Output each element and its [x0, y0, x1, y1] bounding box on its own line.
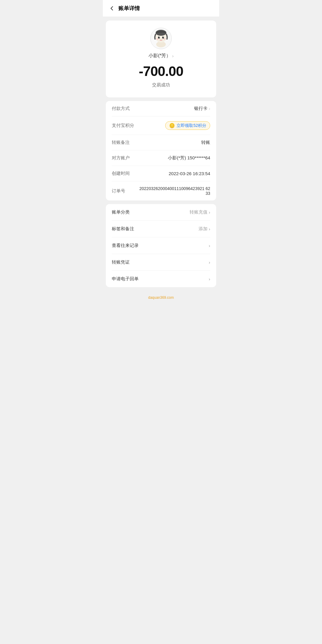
- transfer-note-row: 转账备注 转账: [112, 135, 210, 150]
- header: 账单详情: [103, 0, 219, 17]
- svg-point-10: [163, 38, 166, 40]
- svg-point-5: [158, 37, 160, 39]
- order-number-value: 2022032620004001110096423921 6233: [139, 186, 210, 196]
- bill-category-label: 账单分类: [112, 209, 130, 215]
- transfer-note-value: 转账: [133, 140, 210, 145]
- payment-method-value-row: 银行卡 ›: [191, 106, 210, 111]
- electronic-receipt-value-row: ›: [209, 276, 210, 281]
- avatar-image: [151, 28, 171, 49]
- view-history-chevron-icon: ›: [209, 243, 210, 248]
- bill-category-value-row: 转账充值 ›: [190, 209, 210, 215]
- svg-point-7: [159, 37, 160, 38]
- points-badge[interactable]: 🪙 立即领取52积分: [165, 121, 210, 130]
- created-time-value: 2022-03-26 16:23:54: [133, 171, 210, 176]
- points-badge-text: 立即领取52积分: [177, 123, 206, 128]
- transaction-details-card: 付款方式 银行卡 › 支付宝积分 🪙 立即领取52积分 转账备注 转账 对方账户…: [106, 101, 216, 200]
- action-list-card: 账单分类 转账充值 › 标签和备注 添加 › 查看往来记录 › 转账凭证 › 申…: [106, 204, 216, 287]
- counterpart-account-label: 对方账户: [112, 155, 130, 161]
- created-time-row: 创建时间 2022-03-26 16:23:54: [112, 166, 210, 181]
- transfer-voucher-label: 转账凭证: [112, 259, 130, 265]
- counterpart-account-value: 小影(*芳) 150******64: [133, 155, 210, 161]
- bill-category-value: 转账充值: [190, 209, 208, 215]
- tag-note-value-row: 添加 ›: [199, 226, 210, 232]
- bill-category-chevron-icon: ›: [209, 210, 210, 215]
- user-name-chevron-icon: ›: [172, 54, 174, 58]
- transaction-status: 交易成功: [152, 82, 170, 88]
- svg-point-8: [163, 37, 164, 38]
- order-number-label: 订单号: [112, 188, 125, 194]
- view-history-row[interactable]: 查看往来记录 ›: [112, 237, 210, 254]
- created-time-label: 创建时间: [112, 171, 130, 176]
- payment-method-chevron-icon: ›: [209, 106, 210, 111]
- svg-point-11: [161, 39, 162, 39]
- payment-method-row[interactable]: 付款方式 银行卡 ›: [112, 101, 210, 116]
- bill-category-row[interactable]: 账单分类 转账充值 ›: [112, 204, 210, 221]
- tag-note-row[interactable]: 标签和备注 添加 ›: [112, 221, 210, 237]
- view-history-label: 查看往来记录: [112, 243, 139, 248]
- tag-note-label: 标签和备注: [112, 226, 134, 232]
- transfer-voucher-row[interactable]: 转账凭证 ›: [112, 254, 210, 271]
- transfer-voucher-value-row: ›: [209, 260, 210, 265]
- payment-method-label: 付款方式: [112, 106, 130, 111]
- points-row: 支付宝积分 🪙 立即领取52积分: [112, 116, 210, 135]
- view-history-value-row: ›: [209, 243, 210, 248]
- transaction-summary-card: 小影(*芳） › -700.00 交易成功: [106, 21, 216, 97]
- coin-icon: 🪙: [169, 123, 175, 128]
- user-name: 小影(*芳）: [148, 53, 171, 59]
- back-button[interactable]: [108, 4, 116, 13]
- points-label: 支付宝积分: [112, 123, 134, 128]
- transaction-amount: -700.00: [139, 63, 183, 79]
- watermark: daquan369.com: [103, 291, 219, 307]
- electronic-receipt-chevron-icon: ›: [209, 276, 210, 281]
- tag-note-chevron-icon: ›: [209, 226, 210, 231]
- counterpart-account-row: 对方账户 小影(*芳) 150******64: [112, 150, 210, 166]
- payment-method-value: 银行卡: [194, 106, 208, 111]
- order-number-row: 订单号 2022032620004001110096423921 6233: [112, 181, 210, 200]
- electronic-receipt-row[interactable]: 申请电子回单 ›: [112, 271, 210, 287]
- page-title: 账单详情: [118, 5, 140, 12]
- avatar: [150, 28, 172, 49]
- svg-point-9: [156, 38, 159, 40]
- tag-note-value: 添加: [199, 226, 208, 232]
- user-name-row[interactable]: 小影(*芳） ›: [148, 53, 174, 59]
- electronic-receipt-label: 申请电子回单: [112, 276, 139, 282]
- transfer-voucher-chevron-icon: ›: [209, 260, 210, 265]
- transfer-note-label: 转账备注: [112, 140, 130, 145]
- svg-point-6: [162, 37, 164, 39]
